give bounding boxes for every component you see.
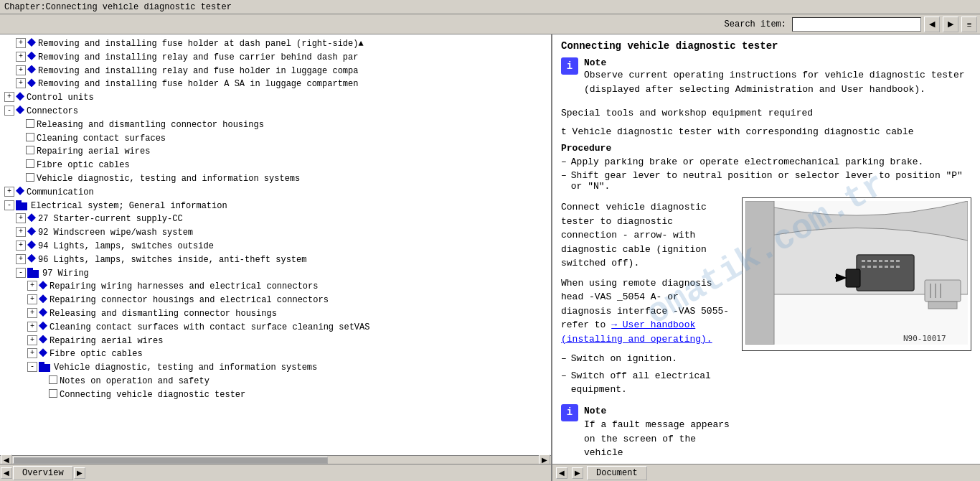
note-box-1: i Note Observe current operating instruc… xyxy=(561,57,971,101)
tree-row[interactable]: - 97 Wiring xyxy=(1,267,550,281)
expand-icon[interactable]: + xyxy=(16,240,26,251)
expand-icon[interactable]: + xyxy=(16,227,26,237)
document-tab[interactable]: Document xyxy=(587,466,647,480)
note2-label: Note xyxy=(584,404,733,419)
tree-row[interactable]: Fibre optic cables xyxy=(1,159,550,172)
search-next-button[interactable]: ▶ xyxy=(943,17,958,32)
right-col: N90-10017 xyxy=(742,197,971,464)
expand-icon[interactable]: - xyxy=(4,106,14,116)
expand-icon[interactable]: + xyxy=(16,52,26,62)
tree-row[interactable]: + Repairing aerial wires xyxy=(1,335,550,348)
doc-icon xyxy=(39,281,47,289)
doc-icon xyxy=(39,322,47,330)
scroll-right-button[interactable]: ▶ xyxy=(539,454,550,464)
doc-icon xyxy=(27,78,36,87)
status-right: ◀ ▶ Document xyxy=(552,466,980,480)
tree-row[interactable]: Connecting vehicle diagnostic tester xyxy=(1,388,550,402)
doc-icon xyxy=(39,348,47,357)
svg-text:N90-10017: N90-10017 xyxy=(903,334,946,343)
search-label: Search item: xyxy=(725,19,786,29)
tree-row[interactable]: - Electrical system; General information xyxy=(1,200,550,213)
title-bar: Chapter:Connecting vehicle diagnostic te… xyxy=(0,0,980,14)
tree-row[interactable]: + 92 Windscreen wipe/wash system xyxy=(1,226,550,240)
tree-row[interactable]: + Repairing wiring harnesses and electri… xyxy=(1,280,550,294)
bullet-text-1: Apply parking brake or operate electrome… xyxy=(571,157,923,167)
special-tools-label: Special tools and workshop equipment req… xyxy=(561,106,971,121)
expand-icon[interactable]: + xyxy=(16,38,26,48)
search-input[interactable] xyxy=(792,17,921,32)
expand-icon[interactable]: + xyxy=(27,322,37,332)
expand-icon[interactable]: + xyxy=(16,213,26,223)
doc-title: Connecting vehicle diagnostic tester xyxy=(561,40,971,52)
expand-icon[interactable]: + xyxy=(4,92,14,102)
tree-row[interactable]: + Fibre optic cables xyxy=(1,347,550,361)
expand-icon[interactable]: + xyxy=(16,254,26,264)
svg-rect-17 xyxy=(867,266,871,268)
tree-row[interactable]: + Removing and installing fuse holder A … xyxy=(1,78,550,91)
horizontal-scrollbar[interactable]: ◀ ▶ xyxy=(0,455,551,464)
scroll-left-status-button[interactable]: ◀ xyxy=(1,467,12,479)
menu-button[interactable]: ≡ xyxy=(961,17,977,32)
tree-row[interactable]: + Removing and installing relay and fuse… xyxy=(1,65,550,78)
doc-icon xyxy=(26,173,34,182)
tree-row[interactable]: + 96 Lights, lamps, switches inside, ant… xyxy=(1,253,550,267)
tree-row[interactable]: + Removing and installing fuse holder at… xyxy=(1,37,550,51)
title-text: Chapter:Connecting vehicle diagnostic te… xyxy=(4,2,232,12)
tree-row[interactable]: + 94 Lights, lamps, switches outside xyxy=(1,240,550,253)
expand-icon[interactable]: - xyxy=(16,268,26,278)
folder-icon xyxy=(27,213,36,222)
doc-icon xyxy=(39,335,47,344)
svg-rect-22 xyxy=(896,266,900,268)
switch-on-text: Switch on ignition. xyxy=(571,352,677,366)
tree-row[interactable]: + Communication xyxy=(1,186,550,200)
scroll-left-button[interactable]: ◀ xyxy=(1,454,12,464)
svg-rect-7 xyxy=(745,201,774,345)
tree-row[interactable]: Vehicle diagnostic, testing and informat… xyxy=(1,172,550,186)
tree-row[interactable]: - Vehicle diagnostic, testing and inform… xyxy=(1,361,550,375)
doc-icon xyxy=(49,375,57,384)
expand-icon[interactable]: + xyxy=(27,294,37,304)
svg-rect-16 xyxy=(862,266,865,268)
tree-row[interactable]: Cleaning contact surfaces xyxy=(1,132,550,146)
expand-icon[interactable]: - xyxy=(27,362,37,372)
svg-rect-25 xyxy=(928,302,957,309)
tree-row[interactable]: + Control units xyxy=(1,91,550,105)
expand-icon[interactable]: + xyxy=(27,308,37,318)
tree-row[interactable]: + 27 Starter-current supply-CC xyxy=(1,213,550,226)
special-tools-item: t Vehicle diagnostic tester with corresp… xyxy=(561,125,971,139)
svg-rect-19 xyxy=(879,266,882,268)
overview-tab[interactable]: Overview xyxy=(13,466,73,480)
expand-icon[interactable]: + xyxy=(16,65,26,75)
doc-icon xyxy=(49,389,57,398)
doc-prev-button[interactable]: ◀ xyxy=(556,467,567,479)
tree-row[interactable]: Repairing aerial wires xyxy=(1,145,550,159)
tree-row[interactable]: + Releasing and dismantling connector ho… xyxy=(1,307,550,321)
expand-icon[interactable]: - xyxy=(4,200,14,210)
handbook-link[interactable]: → User handbook (installing and operatin… xyxy=(561,319,712,345)
svg-rect-1 xyxy=(16,200,22,203)
right-panel: omatik.com.tr Connecting vehicle diagnos… xyxy=(552,34,980,464)
info-icon-2: i xyxy=(561,404,578,421)
tree-row[interactable]: Notes on operation and safety xyxy=(1,375,550,388)
search-prev-button[interactable]: ◀ xyxy=(924,17,940,32)
doc-next-button[interactable]: ▶ xyxy=(572,467,583,479)
tree-row[interactable]: - Connectors xyxy=(1,105,550,118)
expand-icon[interactable]: + xyxy=(27,281,37,291)
note1-label: Note xyxy=(584,57,971,68)
expand-icon[interactable]: + xyxy=(27,348,37,358)
expand-icon[interactable]: + xyxy=(27,335,37,345)
svg-rect-23 xyxy=(846,269,860,287)
note-box-2: i Note If a fault message appears on the… xyxy=(561,404,733,464)
svg-rect-9 xyxy=(862,260,865,262)
bullet-text-2: Shift gear lever to neutral position or … xyxy=(571,170,971,192)
scroll-right-status-button[interactable]: ▶ xyxy=(74,467,85,479)
doc-icon xyxy=(27,38,36,47)
tree-row[interactable]: + Cleaning contact surfaces with contact… xyxy=(1,321,550,335)
toolbar: Search item: ◀ ▶ ≡ xyxy=(0,14,980,34)
expand-icon[interactable]: + xyxy=(16,78,26,88)
expand-icon[interactable]: + xyxy=(4,187,14,197)
scroll-thumb[interactable] xyxy=(13,457,328,464)
tree-row[interactable]: Releasing and dismantling connector hous… xyxy=(1,118,550,132)
tree-row[interactable]: + Repairing connector housings and elect… xyxy=(1,294,550,307)
tree-row[interactable]: + Removing and installing relay and fuse… xyxy=(1,51,550,65)
